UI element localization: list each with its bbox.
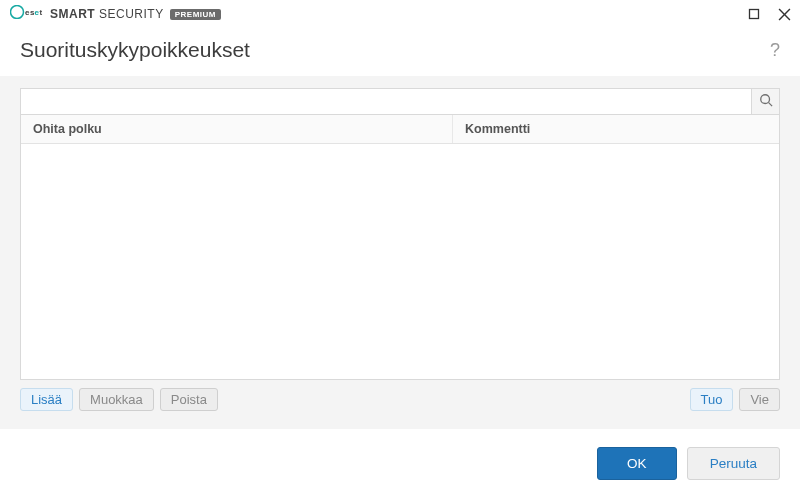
- search-row: [21, 89, 779, 115]
- action-row: Lisää Muokkaa Poista Tuo Vie: [20, 380, 780, 411]
- svg-text:e: e: [35, 8, 40, 17]
- search-icon: [759, 93, 773, 111]
- premium-badge: PREMIUM: [170, 9, 221, 20]
- table-header: Ohita polku Kommentti: [21, 115, 779, 144]
- add-button[interactable]: Lisää: [20, 388, 73, 411]
- search-button[interactable]: [751, 89, 779, 114]
- delete-button[interactable]: Poista: [160, 388, 218, 411]
- svg-text:e: e: [25, 8, 30, 17]
- search-input[interactable]: [21, 89, 751, 114]
- maximize-button[interactable]: [746, 6, 762, 22]
- footer: OK Peruuta: [0, 429, 800, 500]
- column-header-comment[interactable]: Kommentti: [453, 115, 779, 143]
- svg-line-9: [768, 102, 772, 106]
- list-frame: Ohita polku Kommentti: [20, 88, 780, 380]
- window: e s e t SMART SECURITY PREMIUM Suoritusk…: [0, 0, 800, 500]
- brand: e s e t SMART SECURITY PREMIUM: [10, 5, 221, 23]
- import-button[interactable]: Tuo: [690, 388, 734, 411]
- svg-rect-5: [750, 10, 759, 19]
- help-icon[interactable]: ?: [770, 40, 780, 61]
- page-title: Suorituskykypoikkeukset: [20, 38, 250, 62]
- svg-point-8: [760, 94, 769, 103]
- export-button[interactable]: Vie: [739, 388, 780, 411]
- brand-text: SMART SECURITY PREMIUM: [50, 7, 221, 21]
- window-controls: [746, 6, 792, 22]
- edit-button[interactable]: Muokkaa: [79, 388, 154, 411]
- titlebar: e s e t SMART SECURITY PREMIUM: [0, 0, 800, 28]
- column-header-path[interactable]: Ohita polku: [21, 115, 453, 143]
- header-row: Suorituskykypoikkeukset ?: [0, 28, 800, 76]
- brand-logo-icon: e s e t: [10, 5, 44, 23]
- ok-button[interactable]: OK: [597, 447, 677, 480]
- close-button[interactable]: [776, 6, 792, 22]
- table-body[interactable]: [21, 144, 779, 379]
- cancel-button[interactable]: Peruuta: [687, 447, 780, 480]
- svg-text:t: t: [40, 8, 43, 17]
- body-panel: Ohita polku Kommentti Lisää Muokkaa Pois…: [0, 76, 800, 429]
- svg-point-0: [11, 6, 24, 19]
